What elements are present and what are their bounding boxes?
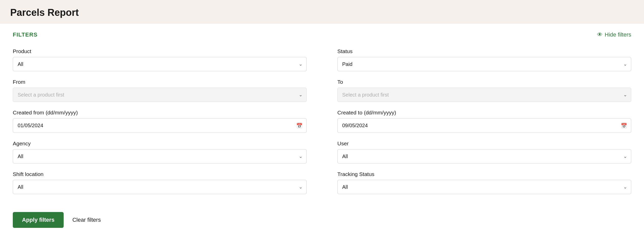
hide-filters-button[interactable]: 👁 Hide filters — [597, 31, 631, 38]
from-filter-group: From Select a product first ⌄ — [13, 79, 307, 102]
clear-filters-button[interactable]: Clear filters — [70, 212, 103, 228]
created-from-label: Created from (dd/mm/yyyy) — [13, 110, 307, 116]
page-header: Parcels Report — [0, 0, 644, 24]
main-content: FILTERS 👁 Hide filters Product All ⌄ Sta… — [0, 24, 644, 235]
agency-filter-group: Agency All ⌄ — [13, 140, 307, 163]
to-label: To — [337, 79, 631, 85]
to-filter-group: To Select a product first ⌄ — [337, 79, 631, 102]
product-label: Product — [13, 48, 307, 54]
created-to-filter-group: Created to (dd/mm/yyyy) 📅 — [337, 110, 631, 133]
agency-select-wrapper: All ⌄ — [13, 149, 307, 163]
tracking-status-filter-group: Tracking Status All ⌄ — [337, 171, 631, 194]
to-select-wrapper: Select a product first ⌄ — [337, 88, 631, 102]
shift-location-filter-group: Shift location All ⌄ — [13, 171, 307, 194]
tracking-status-select[interactable]: All — [337, 180, 631, 194]
product-select[interactable]: All — [13, 57, 307, 71]
filters-grid: Product All ⌄ Status Paid All ⌄ — [13, 48, 631, 194]
agency-select[interactable]: All — [13, 149, 307, 163]
page-title: Parcels Report — [10, 7, 634, 18]
created-from-input-wrapper: 📅 — [13, 118, 307, 133]
status-label: Status — [337, 48, 631, 54]
shift-location-select-wrapper: All ⌄ — [13, 180, 307, 194]
hide-filters-label: Hide filters — [605, 31, 631, 38]
from-select[interactable]: Select a product first — [13, 88, 307, 102]
filters-actions: Apply filters Clear filters — [0, 204, 644, 235]
created-to-label: Created to (dd/mm/yyyy) — [337, 110, 631, 116]
user-select-wrapper: All ⌄ — [337, 149, 631, 163]
tracking-status-select-wrapper: All ⌄ — [337, 180, 631, 194]
shift-location-label: Shift location — [13, 171, 307, 177]
user-label: User — [337, 140, 631, 147]
filters-header: FILTERS 👁 Hide filters — [0, 24, 644, 43]
product-filter-group: Product All ⌄ — [13, 48, 307, 71]
eye-icon: 👁 — [597, 31, 603, 38]
tracking-status-label: Tracking Status — [337, 171, 631, 177]
created-from-input[interactable] — [13, 118, 307, 133]
agency-label: Agency — [13, 140, 307, 147]
status-select-wrapper: Paid All ⌄ — [337, 57, 631, 71]
user-filter-group: User All ⌄ — [337, 140, 631, 163]
status-select[interactable]: Paid All — [337, 57, 631, 71]
created-from-filter-group: Created from (dd/mm/yyyy) 📅 — [13, 110, 307, 133]
filters-body: Product All ⌄ Status Paid All ⌄ — [0, 43, 644, 204]
shift-location-select[interactable]: All — [13, 180, 307, 194]
to-select[interactable]: Select a product first — [337, 88, 631, 102]
from-label: From — [13, 79, 307, 85]
created-to-input[interactable] — [337, 118, 631, 133]
filters-section-label: FILTERS — [13, 31, 38, 38]
from-select-wrapper: Select a product first ⌄ — [13, 88, 307, 102]
user-select[interactable]: All — [337, 149, 631, 163]
created-to-input-wrapper: 📅 — [337, 118, 631, 133]
status-filter-group: Status Paid All ⌄ — [337, 48, 631, 71]
apply-filters-button[interactable]: Apply filters — [13, 212, 64, 228]
product-select-wrapper: All ⌄ — [13, 57, 307, 71]
